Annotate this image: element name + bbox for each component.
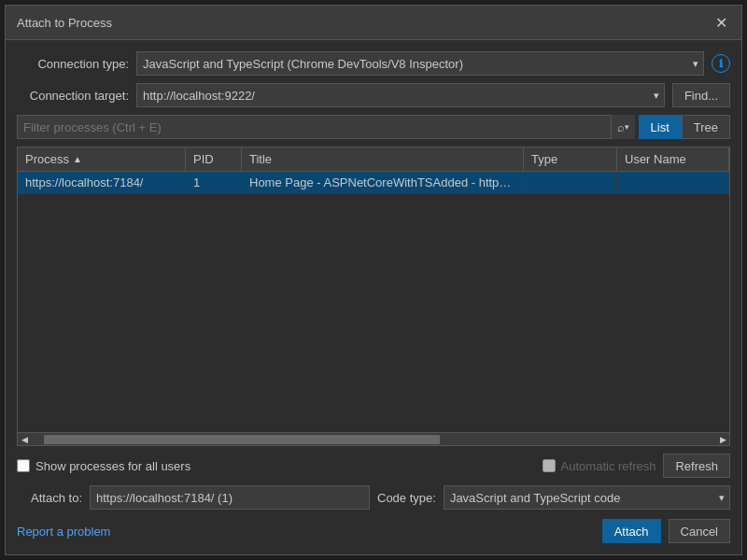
footer-buttons: Attach Cancel	[602, 519, 730, 543]
close-button[interactable]: ✕	[712, 13, 730, 32]
search-icon: ⌕	[617, 120, 625, 134]
cell-title: Home Page - ASPNetCoreWithTSAdded - http…	[242, 172, 524, 193]
info-icon[interactable]: ℹ	[712, 54, 730, 73]
auto-refresh-label[interactable]: Automatic refresh	[543, 459, 656, 473]
auto-refresh-area: Automatic refresh Refresh	[543, 454, 730, 478]
col-header-process[interactable]: Process ▲	[18, 147, 186, 171]
table-row[interactable]: https://localhost:7184/ 1 Home Page - AS…	[18, 172, 729, 194]
scroll-left-button[interactable]: ◀	[18, 433, 31, 446]
cell-process: https://localhost:7184/	[18, 172, 186, 193]
connection-target-label: Connection target:	[17, 89, 129, 103]
col-header-pid[interactable]: PID	[186, 147, 242, 171]
connection-type-select[interactable]: JavaScript and TypeScript (Chrome DevToo…	[136, 51, 704, 76]
attach-to-process-dialog: Attach to Process ✕ Connection type: Jav…	[5, 5, 742, 555]
show-all-processes-checkbox[interactable]	[17, 459, 30, 472]
show-all-processes-text: Show processes for all users	[35, 459, 190, 473]
attach-to-row: Attach to: Code type: JavaScript and Typ…	[17, 485, 730, 510]
connection-type-label: Connection type:	[17, 57, 129, 71]
connection-target-select[interactable]: http://localhost:9222/	[136, 83, 665, 107]
horizontal-scrollbar: ◀ ▶	[18, 432, 729, 445]
col-header-title[interactable]: Title	[242, 147, 524, 171]
footer-row: Report a problem Attach Cancel	[17, 519, 730, 543]
search-dropdown-icon: ▾	[625, 122, 629, 132]
view-toggle: List Tree	[639, 115, 730, 139]
filter-input-wrapper: ⌕ ▾	[17, 115, 635, 139]
col-header-username[interactable]: User Name	[617, 147, 729, 171]
scrollbar-track[interactable]	[44, 435, 703, 444]
refresh-button[interactable]: Refresh	[663, 454, 730, 478]
filter-row: ⌕ ▾ List Tree	[17, 115, 730, 139]
code-type-select[interactable]: JavaScript and TypeScript code	[444, 485, 730, 510]
connection-target-select-wrapper: http://localhost:9222/	[136, 83, 665, 107]
table-body: https://localhost:7184/ 1 Home Page - AS…	[18, 172, 729, 432]
code-type-label: Code type:	[377, 491, 436, 505]
table-header: Process ▲ PID Title Type User Name	[18, 147, 729, 172]
dialog-body: Connection type: JavaScript and TypeScri…	[6, 40, 741, 554]
cell-pid: 1	[186, 172, 242, 193]
connection-type-row: Connection type: JavaScript and TypeScri…	[17, 51, 730, 76]
show-all-processes-label[interactable]: Show processes for all users	[17, 459, 190, 473]
cell-username	[617, 172, 729, 193]
report-problem-link[interactable]: Report a problem	[17, 525, 110, 539]
bottom-section: Show processes for all users Automatic r…	[17, 454, 730, 543]
filter-input[interactable]	[17, 115, 635, 139]
tree-view-button[interactable]: Tree	[682, 115, 730, 139]
find-button[interactable]: Find...	[672, 83, 730, 107]
auto-refresh-text: Automatic refresh	[561, 459, 656, 473]
dialog-title: Attach to Process	[17, 16, 112, 30]
code-type-select-wrapper: JavaScript and TypeScript code	[444, 485, 730, 510]
cancel-button[interactable]: Cancel	[669, 519, 730, 543]
options-row: Show processes for all users Automatic r…	[17, 454, 730, 478]
col-header-type[interactable]: Type	[524, 147, 617, 171]
scroll-right-button[interactable]: ▶	[716, 433, 729, 446]
auto-refresh-checkbox[interactable]	[543, 459, 556, 472]
connection-type-select-wrapper: JavaScript and TypeScript (Chrome DevToo…	[136, 51, 704, 76]
connection-target-row: Connection target: http://localhost:9222…	[17, 83, 730, 107]
sort-arrow-process: ▲	[73, 154, 82, 164]
list-view-button[interactable]: List	[639, 115, 682, 139]
scrollbar-thumb	[44, 435, 440, 444]
attach-to-input[interactable]	[90, 485, 370, 510]
search-icon-button[interactable]: ⌕ ▾	[611, 115, 635, 139]
attach-button[interactable]: Attach	[602, 519, 661, 543]
process-table: Process ▲ PID Title Type User Name h	[17, 147, 730, 446]
cell-type	[524, 172, 617, 193]
title-bar: Attach to Process ✕	[6, 6, 741, 40]
attach-to-label: Attach to:	[17, 491, 82, 505]
